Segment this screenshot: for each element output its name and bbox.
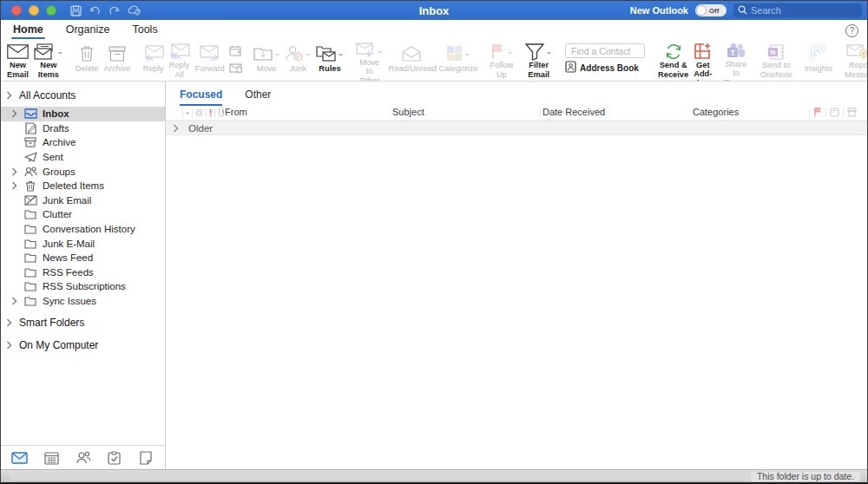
forward-attachment-icon[interactable] (229, 61, 242, 76)
sidebar-item-deleted-items[interactable]: Deleted Items (1, 179, 165, 193)
calendar-icon (44, 451, 59, 465)
get-addins-button[interactable]: Get Add-ins (692, 41, 713, 79)
read-unread-icon (402, 43, 421, 64)
sidebar-item-sent[interactable]: Sent (1, 150, 165, 165)
filter-email-button[interactable]: ⌄ Filter Email (523, 41, 554, 79)
mention-icon[interactable]: @ (195, 108, 203, 117)
sidebar-section-smart-folders[interactable]: Smart Folders (1, 315, 165, 330)
ribbon-tabbar: Home Organize Tools ? (1, 20, 867, 40)
sidebar-item-groups[interactable]: Groups (1, 164, 165, 179)
sidebar-item-clutter[interactable]: Clutter (1, 207, 165, 222)
notes-module-button[interactable] (138, 449, 155, 467)
sidebar-item-junk-email[interactable]: Junk Email (1, 193, 165, 208)
sidebar-item-rss-feeds[interactable]: RSS Feeds (1, 265, 165, 280)
sidebar-item-junk-e-mail[interactable]: Junk E-Mail (1, 236, 165, 251)
folder-icon (23, 209, 37, 219)
reply-all-button[interactable]: Reply All (168, 41, 192, 79)
tab-tools[interactable]: Tools (128, 21, 161, 40)
junk-button[interactable]: ⌄ Junk (283, 41, 312, 79)
people-icon (76, 451, 91, 464)
tab-focused[interactable]: Focused (180, 88, 222, 106)
get-addins-icon (694, 43, 712, 61)
send-onenote-button[interactable]: N Send to OneNote (759, 41, 794, 79)
sidebar-item-archive[interactable]: Archive (1, 135, 165, 150)
follow-up-button[interactable]: ⌄ Follow Up (488, 41, 515, 79)
move-icon: ⌄ (253, 43, 280, 64)
tab-organize[interactable]: Organize (62, 21, 114, 40)
search-box[interactable] (733, 3, 862, 17)
minimize-button[interactable] (29, 5, 39, 16)
sidebar-item-conversation-history[interactable]: Conversation History (1, 222, 165, 237)
new-outlook-label: New Outlook (630, 5, 688, 16)
tasks-module-button[interactable] (106, 449, 122, 467)
zoom-button[interactable] (46, 5, 56, 16)
share-teams-button[interactable]: T Share to Teams (722, 41, 749, 79)
chevron-right-icon (6, 318, 12, 327)
send-receive-icon (664, 43, 683, 61)
undo-icon[interactable] (89, 5, 101, 16)
sidebar-item-rss-subscriptions[interactable]: RSS Subscriptions (1, 279, 165, 294)
tab-home[interactable]: Home (10, 21, 47, 40)
tab-other[interactable]: Other (245, 88, 271, 106)
calendar-module-button[interactable] (43, 449, 59, 467)
unread-status-icon[interactable]: • (186, 109, 189, 116)
help-icon[interactable]: ? (845, 24, 858, 37)
sync-status-icon[interactable] (128, 5, 141, 16)
delete-button[interactable]: Delete (74, 41, 101, 79)
column-subject[interactable]: Subject (392, 107, 424, 117)
column-from[interactable]: From (225, 107, 247, 117)
redo-icon[interactable] (108, 5, 120, 16)
sidebar-item-inbox[interactable]: Inbox (1, 107, 165, 121)
new-items-button[interactable]: ⌄ New Items (32, 41, 65, 79)
sidebar-item-news-feed[interactable]: News Feed (1, 251, 165, 265)
sidebar-item-drafts[interactable]: Drafts (1, 121, 165, 136)
save-icon[interactable] (70, 5, 82, 16)
rules-button[interactable]: ⌄ Rules (314, 41, 345, 79)
categorize-icon: ⌄ (446, 43, 470, 64)
folder-icon (23, 296, 37, 306)
forward-button[interactable]: Forward (194, 41, 227, 79)
folder-icon (23, 252, 37, 263)
list-column-header: • @ ! From Subject Date Received Categor… (166, 106, 867, 121)
search-input[interactable] (751, 5, 846, 16)
mail-module-button[interactable] (11, 449, 28, 467)
column-categories[interactable]: Categories (693, 107, 739, 117)
chevron-right-icon (11, 109, 17, 118)
group-row-older[interactable]: Older (166, 121, 867, 135)
move-to-other-button[interactable]: ⌄ Move to Other (354, 41, 385, 79)
meeting-icon[interactable] (229, 44, 242, 60)
chevron-right-icon (11, 181, 17, 190)
send-receive-button[interactable]: Send & Receive (656, 41, 690, 79)
address-book-button[interactable]: Address Book (565, 61, 639, 76)
importance-icon[interactable]: ! (209, 108, 212, 118)
column-date-received[interactable]: Date Received (542, 107, 605, 117)
module-bar (1, 445, 165, 469)
insights-button[interactable]: Insights (803, 41, 834, 79)
sidebar-section-on-my-computer[interactable]: On My Computer (1, 337, 165, 353)
archive-column-icon[interactable] (847, 108, 857, 119)
folder-icon (23, 224, 37, 234)
account-header[interactable]: All Accounts (1, 88, 165, 103)
empty-message-list[interactable] (166, 135, 867, 469)
close-button[interactable] (11, 5, 22, 16)
flag-column-icon[interactable] (813, 107, 822, 119)
categorize-button[interactable]: ⌄ Categorize (437, 41, 480, 79)
archive-button[interactable]: Archive (102, 41, 133, 79)
inbox-icon (23, 108, 37, 119)
move-to-other-icon: ⌄ (356, 43, 384, 58)
titlebar: Inbox New Outlook Off (1, 1, 867, 20)
find-contact-input[interactable] (565, 43, 645, 58)
move-button[interactable]: ⌄ Move (252, 41, 282, 79)
delete-column-icon[interactable] (830, 108, 839, 119)
people-module-button[interactable] (75, 449, 91, 467)
sidebar-item-sync-issues[interactable]: Sync Issues (1, 294, 165, 309)
svg-text:T: T (730, 49, 735, 57)
read-unread-button[interactable]: Read/Unread (387, 41, 436, 79)
new-outlook-toggle[interactable]: Off (695, 4, 727, 16)
report-message-button[interactable]: ⌄ Report Message (843, 41, 867, 79)
new-email-button[interactable]: New Email (5, 41, 30, 79)
reply-button[interactable]: Reply (141, 41, 166, 79)
chevron-right-icon (6, 341, 12, 350)
chevron-down-icon: ⌄ (56, 48, 64, 56)
folder-icon (23, 267, 37, 278)
